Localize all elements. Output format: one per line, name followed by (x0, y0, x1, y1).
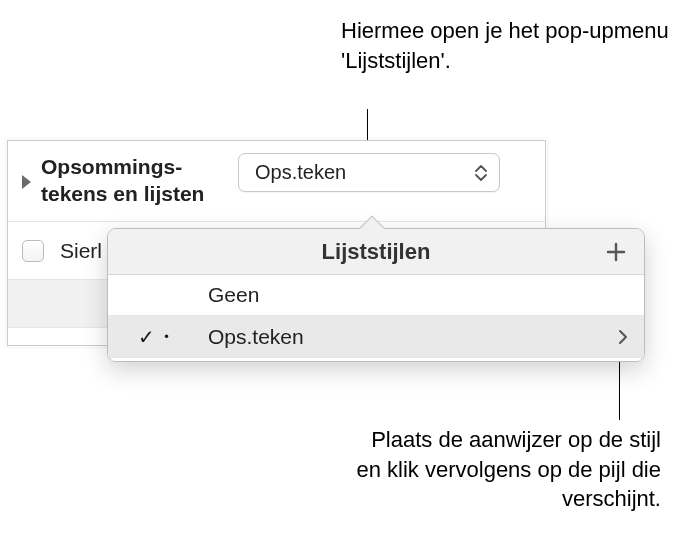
callout-line-bottom (619, 357, 620, 420)
popover-title-text: Lijststijlen (322, 239, 431, 264)
section-label: Opsommings-tekens en lijsten (41, 154, 221, 208)
chevron-right-icon (618, 329, 628, 345)
item-disclosure-arrow[interactable] (618, 329, 628, 345)
add-style-button[interactable] (602, 238, 630, 266)
list-item-label: Geen (208, 283, 259, 307)
popup-button-value: Ops.teken (255, 161, 346, 184)
updown-chevron-icon (475, 165, 487, 181)
popover-title: Lijststijlen (108, 229, 644, 275)
list-item[interactable]: ✓ • Ops.teken (108, 316, 644, 357)
panel-header: Opsommings-tekens en lijsten Ops.teken (8, 141, 545, 221)
list-style-popup-button[interactable]: Ops.teken (238, 153, 500, 192)
list-styles-popover: Lijststijlen Geen ✓ • Ops.teken (107, 228, 645, 362)
style-list: Geen ✓ • Ops.teken (108, 275, 644, 357)
bullet-icon: • (164, 329, 169, 344)
plus-icon (605, 241, 627, 263)
annotation-bottom: Plaats de aanwijzer op de stijl en klik … (341, 425, 661, 514)
list-item[interactable]: Geen (108, 275, 644, 316)
popover-pointer (358, 215, 384, 229)
sier-checkbox[interactable] (22, 240, 44, 262)
list-item-label: Ops.teken (208, 325, 304, 349)
popover-bottom-edge (108, 357, 644, 361)
disclosure-triangle-icon[interactable] (22, 175, 31, 189)
sier-label: Sierl (60, 239, 102, 263)
selected-indicator: ✓ • (138, 325, 170, 349)
annotation-top: Hiermee open je het pop-upmenu 'Lijststi… (341, 16, 681, 75)
checkmark-icon: ✓ (138, 325, 155, 349)
